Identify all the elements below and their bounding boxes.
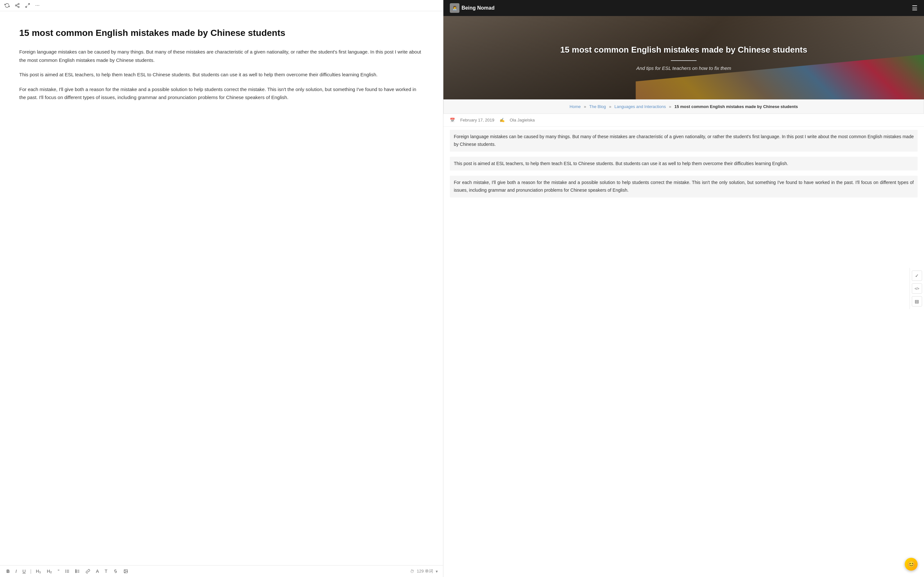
expand-icon[interactable] — [25, 3, 30, 8]
author-icon: ✍ — [499, 118, 505, 122]
breadcrumb-blog[interactable]: The Blog — [590, 104, 606, 109]
quote-button[interactable]: " — [57, 568, 61, 574]
more-icon[interactable]: ··· — [35, 3, 39, 8]
breadcrumb-home[interactable]: Home — [569, 104, 581, 109]
svg-point-12 — [65, 572, 66, 572]
text-format-button[interactable]: T — [103, 568, 109, 574]
avatar-button[interactable]: 😊 — [905, 558, 918, 571]
word-count-area: ⏱ 129 单词 ▾ — [410, 568, 438, 574]
editor-toolbar-top: ··· — [0, 0, 443, 11]
svg-point-0 — [18, 3, 19, 5]
h1-button[interactable]: H₁ — [35, 568, 42, 574]
refresh-icon[interactable] — [5, 3, 10, 8]
editor-panel: ··· 15 most common English mistakes made… — [0, 0, 443, 577]
editor-para-1: Foreign language mistakes can be caused … — [19, 48, 424, 64]
svg-point-11 — [65, 571, 66, 571]
article-para-1: Foreign language mistakes can be caused … — [450, 130, 918, 152]
check-icon-button[interactable]: ✓ — [912, 271, 922, 281]
editor-toolbar-bottom: B I U | H₁ H₂ " 1 2 3 — [0, 565, 443, 577]
svg-point-2 — [18, 6, 19, 8]
hero-content: 15 most common English mistakes made by … — [548, 45, 820, 71]
post-date: February 17, 2019 — [460, 118, 494, 122]
editor-para-3: For each mistake, I'll give both a reaso… — [19, 85, 424, 102]
breadcrumb: Home » The Blog » Languages and Interact… — [443, 99, 924, 114]
browser-preview-panel: 🧑‍💼 Being Nomad ☰ 15 most common English… — [443, 0, 924, 577]
breadcrumb-sep-3: » — [669, 104, 672, 109]
avatar-emoji: 😊 — [907, 560, 915, 568]
image-button[interactable] — [122, 568, 129, 574]
unordered-list-button[interactable] — [64, 568, 71, 574]
svg-point-1 — [15, 5, 17, 6]
h2-button[interactable]: H₂ — [45, 568, 53, 574]
strikethrough-button[interactable] — [112, 568, 119, 574]
code-icon-button[interactable]: </> — [912, 284, 922, 293]
logo-text: Being Nomad — [461, 5, 494, 11]
post-author: Ola Jagielska — [510, 118, 535, 122]
svg-line-3 — [17, 6, 18, 7]
word-count-icon: ⏱ — [410, 569, 414, 574]
svg-line-6 — [26, 6, 27, 7]
article-para-3: For each mistake, I'll give both a reaso… — [450, 176, 918, 197]
hero-divider — [671, 60, 696, 61]
hero-title: 15 most common English mistakes made by … — [560, 45, 807, 55]
ordered-list-button[interactable]: 1 2 3 — [74, 568, 81, 574]
calendar-icon: 📅 — [450, 118, 455, 122]
side-action-icons: ✓ </> ▤ — [909, 268, 924, 309]
editor-content-area[interactable]: 15 most common English mistakes made by … — [0, 11, 443, 565]
italic-button[interactable]: I — [14, 568, 18, 574]
breadcrumb-sep-1: » — [584, 104, 588, 109]
website-preview[interactable]: 🧑‍💼 Being Nomad ☰ 15 most common English… — [443, 0, 924, 577]
hero-subtitle: And tips for ESL teachers on how to fix … — [560, 65, 807, 71]
article-para-2: This post is aimed at ESL teachers, to h… — [450, 157, 918, 171]
svg-line-4 — [17, 4, 18, 5]
svg-line-5 — [28, 3, 29, 5]
svg-point-21 — [125, 570, 126, 571]
layers-icon-button[interactable]: ▤ — [912, 296, 922, 306]
word-count-chevron[interactable]: ▾ — [436, 569, 438, 574]
breadcrumb-sep-2: » — [609, 104, 612, 109]
link-button[interactable] — [84, 568, 91, 574]
site-navigation: 🧑‍💼 Being Nomad ☰ — [443, 0, 924, 16]
breadcrumb-current: 15 most common English mistakes made by … — [674, 104, 798, 109]
underline-button[interactable]: U — [21, 568, 27, 574]
hamburger-menu[interactable]: ☰ — [912, 4, 918, 12]
editor-title: 15 most common English mistakes made by … — [19, 27, 424, 39]
formatting-buttons: B I U | H₁ H₂ " 1 2 3 — [5, 568, 129, 574]
article-content: Foreign language mistakes can be caused … — [443, 127, 924, 212]
text-color-button[interactable]: A — [95, 568, 100, 574]
editor-body[interactable]: Foreign language mistakes can be caused … — [19, 48, 424, 102]
breadcrumb-category[interactable]: Languages and Interactions — [614, 104, 666, 109]
bold-button[interactable]: B — [5, 568, 11, 574]
divider-1: | — [30, 569, 31, 574]
hero-section: 15 most common English mistakes made by … — [443, 16, 924, 99]
post-meta: 📅 February 17, 2019 ✍ Ola Jagielska — [443, 114, 924, 127]
logo-icon: 🧑‍💼 — [450, 3, 459, 13]
svg-text:3: 3 — [76, 572, 77, 573]
share-icon[interactable] — [15, 3, 20, 8]
word-count-label: 129 单词 — [417, 568, 433, 574]
editor-para-2: This post is aimed at ESL teachers, to h… — [19, 71, 424, 79]
site-logo: 🧑‍💼 Being Nomad — [450, 3, 494, 13]
